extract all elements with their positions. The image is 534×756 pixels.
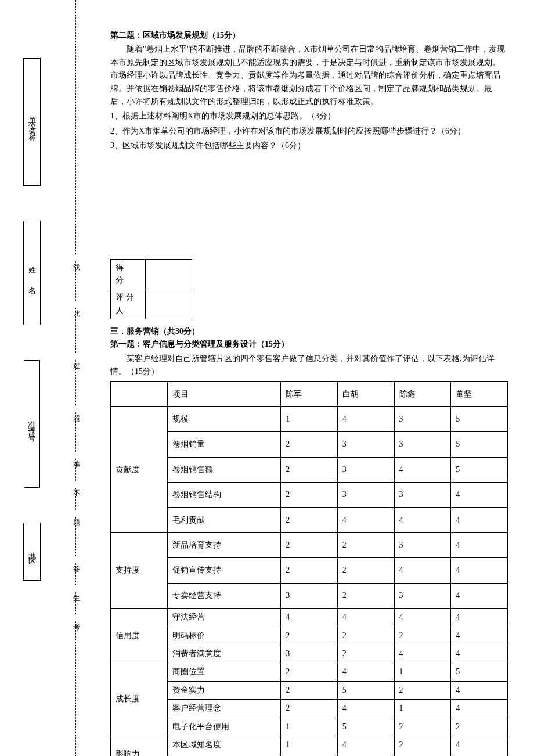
binding-label-unit: 单位名称 bbox=[23, 58, 41, 186]
table-value: 3 bbox=[337, 432, 394, 457]
table-value: 2 bbox=[281, 532, 338, 557]
table-value: 3 bbox=[394, 483, 451, 507]
table-value: 4 bbox=[451, 532, 508, 557]
table-value: 4 bbox=[337, 700, 394, 718]
table-item: 卷烟销售额 bbox=[167, 457, 280, 482]
table-value: 2 bbox=[281, 432, 338, 457]
table-item: 毛利贡献 bbox=[167, 507, 280, 532]
evaluation-table: 项目陈军白胡陈鑫董坚贡献度规模1435卷烟销量2335卷烟销售额2345卷烟销售… bbox=[110, 381, 508, 756]
table-value: 4 bbox=[451, 645, 508, 663]
table-item: 卷烟销量 bbox=[167, 432, 280, 457]
table-item: 消费者满意度 bbox=[167, 645, 280, 663]
table-value: 1 bbox=[281, 736, 338, 754]
binding-line-char: 题 bbox=[71, 511, 82, 516]
table-value: 2 bbox=[394, 681, 451, 699]
table-item: 本区域知名度 bbox=[167, 736, 280, 754]
table-value: 2 bbox=[281, 627, 338, 645]
table-value: 4 bbox=[337, 663, 394, 681]
table-value: 4 bbox=[451, 627, 508, 645]
binding-line-char: 考 bbox=[71, 615, 82, 620]
question-1-paragraph: 某客户经理对自己所管辖片区的四个零售客户做了信息分类，并对其价值作了评估，以下表… bbox=[110, 352, 508, 379]
table-value: 2 bbox=[281, 681, 338, 699]
binding-line-char: 此 bbox=[71, 302, 82, 307]
table-value: 4 bbox=[451, 583, 508, 608]
table-category: 成长度 bbox=[111, 663, 168, 736]
binding-label-exam-no: 准考证号 bbox=[24, 360, 40, 488]
table-value: 2 bbox=[337, 627, 394, 645]
section-3-heading: 三．服务营销（共30分） bbox=[110, 325, 508, 338]
table-value: 3 bbox=[394, 407, 451, 432]
table-value: 5 bbox=[337, 681, 394, 699]
question-2-item-3: 3、区域市场发展规划文件包括哪些主要内容？（6分） bbox=[110, 139, 508, 152]
binding-line-char: 生 bbox=[71, 586, 82, 591]
question-2-item-1: 1、根据上述材料阐明X市的市场发展规划的总体思路。（3分） bbox=[110, 110, 508, 123]
table-value: 5 bbox=[337, 718, 394, 736]
question-2-paragraph: 随着"卷烟上水平"的不断推进，品牌的不断整合，X市烟草公司在日常的品牌培育、卷烟… bbox=[110, 43, 508, 108]
table-value: 3 bbox=[394, 432, 451, 457]
table-item: 资金实力 bbox=[167, 681, 280, 699]
table-value: 5 bbox=[451, 663, 508, 681]
table-value: 4 bbox=[394, 507, 451, 532]
binding-line-char: 超 bbox=[71, 406, 82, 411]
table-item: 促销宣传支持 bbox=[167, 558, 280, 583]
score-table: 得 分 评分人 bbox=[110, 259, 192, 320]
table-value: 4 bbox=[451, 558, 508, 583]
table-value: 2 bbox=[451, 718, 508, 736]
table-category: 贡献度 bbox=[111, 407, 168, 533]
table-value: 4 bbox=[451, 700, 508, 718]
table-header: 白胡 bbox=[337, 381, 394, 406]
table-value: 3 bbox=[337, 457, 394, 482]
table-value: 2 bbox=[337, 583, 394, 608]
table-value: 4 bbox=[337, 507, 394, 532]
table-value: 4 bbox=[451, 483, 508, 507]
binding-label-region: 地区 bbox=[23, 523, 41, 581]
table-item: 商圈位置 bbox=[167, 663, 280, 681]
table-header: 陈鑫 bbox=[394, 381, 451, 406]
score-label: 得 分 bbox=[111, 259, 146, 289]
table-header: 董坚 bbox=[451, 381, 508, 406]
question-2-title: 第二题：区域市场发展规划（15分） bbox=[110, 29, 508, 42]
table-value: 4 bbox=[394, 609, 451, 627]
table-value: 4 bbox=[394, 558, 451, 583]
binding-label-name: 姓 名 bbox=[23, 221, 41, 325]
table-value: 2 bbox=[281, 457, 338, 482]
table-item: 规模 bbox=[167, 407, 280, 432]
table-value: 4 bbox=[337, 407, 394, 432]
binding-dashed-line bbox=[75, 0, 76, 756]
table-value: 1 bbox=[281, 718, 338, 736]
binding-strip: 单位名称 姓 名 准考证号 地区 bbox=[17, 58, 46, 581]
table-value: 4 bbox=[337, 736, 394, 754]
question-1-title: 第一题：客户信息与分类管理及服务设计（15分） bbox=[110, 338, 508, 351]
table-item: 明码标价 bbox=[167, 627, 280, 645]
table-value: 1 bbox=[394, 700, 451, 718]
table-header bbox=[111, 381, 168, 406]
table-value: 3 bbox=[281, 583, 338, 608]
binding-line-char: 答 bbox=[71, 557, 82, 562]
table-value: 2 bbox=[394, 718, 451, 736]
table-value: 2 bbox=[281, 700, 338, 718]
table-value: 4 bbox=[451, 681, 508, 699]
table-category: 影响力 bbox=[111, 736, 168, 756]
table-value: 1 bbox=[394, 663, 451, 681]
table-value: 2 bbox=[337, 532, 394, 557]
table-value: 4 bbox=[394, 457, 451, 482]
table-value: 5 bbox=[451, 432, 508, 457]
table-value: 2 bbox=[281, 558, 338, 583]
table-value: 4 bbox=[451, 609, 508, 627]
table-value: 4 bbox=[281, 609, 338, 627]
question-2-item-2: 2、作为X市烟草公司的市场经理，小许在对该市的市场发展规划时的应按照哪些步骤进行… bbox=[110, 125, 508, 138]
table-item: 守法经营 bbox=[167, 609, 280, 627]
table-item: 电子化平台使用 bbox=[167, 718, 280, 736]
table-value: 2 bbox=[394, 736, 451, 754]
table-value: 2 bbox=[281, 507, 338, 532]
table-item: 专卖经营支持 bbox=[167, 583, 280, 608]
binding-line-char: 不 bbox=[71, 482, 82, 487]
table-value: 3 bbox=[394, 532, 451, 557]
scorer-label: 评分人 bbox=[111, 289, 146, 319]
table-value: 4 bbox=[394, 645, 451, 663]
table-value: 3 bbox=[337, 483, 394, 507]
table-value: 2 bbox=[394, 627, 451, 645]
table-value: 3 bbox=[281, 645, 338, 663]
table-value: 4 bbox=[337, 609, 394, 627]
table-header: 陈军 bbox=[281, 381, 338, 406]
